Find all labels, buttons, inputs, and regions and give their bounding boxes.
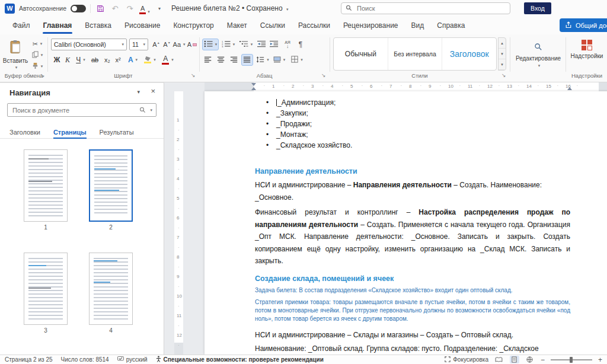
hanging-indent-marker[interactable]: [251, 87, 256, 90]
style-heading[interactable]: Заголовок: [442, 38, 496, 70]
align-right-button[interactable]: [228, 54, 240, 66]
tab-home[interactable]: Главная: [37, 17, 79, 34]
styles-dialog-launcher-icon[interactable]: ↘: [501, 72, 506, 78]
clear-formatting-button[interactable]: А: [186, 39, 198, 50]
copy-button[interactable]: ▾: [30, 49, 45, 61]
language-indicator[interactable]: русский: [117, 356, 148, 363]
undo-icon[interactable]: ↶: [110, 2, 120, 14]
focus-mode-button[interactable]: Фокусировка: [445, 356, 488, 363]
styles-scroll-up-icon[interactable]: ▴: [499, 38, 506, 49]
show-formatting-marks-button[interactable]: ¶: [295, 39, 306, 50]
print-layout-button[interactable]: [510, 356, 519, 363]
subscript-button[interactable]: x₂: [102, 54, 113, 66]
paragraph-dialog-launcher-icon[interactable]: ↘: [321, 72, 326, 78]
nav-tab-headings[interactable]: Заголовки: [9, 126, 40, 138]
tab-mailings[interactable]: Рассылки: [292, 17, 337, 34]
document-content[interactable]: _Администрация; _Закупки; _Продажи; _Мон…: [255, 97, 570, 355]
chevron-down-icon[interactable]: ▾: [150, 108, 152, 113]
save-icon[interactable]: [95, 2, 106, 14]
autosave-toggle[interactable]: [71, 5, 86, 12]
tab-review[interactable]: Рецензирование: [337, 17, 405, 34]
tab-design[interactable]: Конструктор: [167, 17, 220, 34]
align-center-button[interactable]: [215, 54, 227, 66]
strikethrough-button[interactable]: ab: [89, 54, 101, 66]
first-line-indent-marker[interactable]: [251, 83, 256, 86]
styles-scroll-down-icon[interactable]: ▾: [499, 49, 506, 59]
style-normal[interactable]: Обычный: [334, 38, 388, 70]
clipboard-dialog-launcher-icon[interactable]: ↘: [40, 72, 45, 78]
word-count[interactable]: Число слов: 8514: [61, 356, 109, 363]
grow-font-button[interactable]: А▴: [151, 39, 161, 50]
bullets-button[interactable]: ▾: [202, 39, 219, 50]
tab-file[interactable]: Файл: [6, 17, 37, 34]
vertical-ruler[interactable]: 123456789101112············: [174, 91, 183, 355]
tab-insert[interactable]: Вставка: [78, 17, 118, 34]
italic-button[interactable]: К: [63, 54, 72, 66]
close-icon[interactable]: ×: [151, 87, 155, 95]
document-search-box[interactable]: ▾: [7, 103, 156, 117]
align-left-button[interactable]: [202, 54, 214, 66]
style-no-spacing[interactable]: Без интервала: [388, 38, 443, 70]
read-mode-button[interactable]: [494, 356, 504, 363]
web-layout-button[interactable]: [525, 356, 535, 363]
bold-button[interactable]: Ж: [52, 54, 62, 66]
editing-menu-button[interactable]: Редактирование ▾: [515, 39, 562, 71]
paste-button[interactable]: Вставить ▾: [4, 37, 27, 72]
superscript-button[interactable]: x²: [113, 54, 123, 66]
page-thumbnail-4[interactable]: [89, 253, 133, 325]
tab-help[interactable]: Справка: [430, 17, 471, 34]
change-case-button[interactable]: Аа▾: [172, 39, 186, 50]
share-button[interactable]: Общий дост: [560, 18, 607, 32]
tab-view[interactable]: Вид: [405, 17, 431, 34]
tab-layout[interactable]: Макет: [221, 17, 254, 34]
highlight-color-button[interactable]: ▾: [142, 54, 158, 66]
addins-button[interactable]: Надстройки: [569, 38, 605, 69]
chevron-down-icon[interactable]: ▾: [137, 89, 140, 95]
title-bar: W Автосохранение ↶ ↷ А ▾ ▾ Решение билет…: [0, 0, 607, 17]
borders-button[interactable]: ▾: [289, 54, 305, 66]
document-search-input[interactable]: [11, 106, 137, 114]
text-effects-button[interactable]: А▾: [126, 54, 140, 66]
increase-indent-button[interactable]: [268, 39, 280, 50]
search-box[interactable]: [341, 2, 510, 14]
format-painter-button[interactable]: ▾: [30, 60, 45, 72]
page-indicator[interactable]: Страница 2 из 25: [5, 356, 53, 363]
decrease-indent-button[interactable]: [255, 39, 267, 50]
document-page[interactable]: _Администрация; _Закупки; _Продажи; _Мон…: [205, 91, 607, 355]
font-color-button[interactable]: А▾: [160, 54, 175, 66]
page-thumbnail-3[interactable]: [24, 253, 68, 325]
zoom-slider-handle[interactable]: [570, 357, 573, 363]
styles-gallery-more-icon[interactable]: ▾: [499, 59, 506, 70]
nav-tab-results[interactable]: Результаты: [100, 126, 134, 138]
line-spacing-button[interactable]: ▾: [255, 54, 270, 66]
accessibility-checker[interactable]: Специальные возможности: проверьте реком…: [156, 356, 324, 363]
page-thumbnail-2[interactable]: [89, 149, 133, 222]
font-color-quick-icon[interactable]: А ▾: [139, 2, 150, 14]
font-name-select[interactable]: Calibri (Основной)▾: [51, 39, 127, 50]
cut-button[interactable]: ✂▾: [30, 38, 45, 50]
tab-references[interactable]: Ссылки: [254, 17, 292, 34]
document-title[interactable]: Решение билета №2 • Сохранено ▾: [171, 4, 288, 12]
numbering-button[interactable]: 123 ▾: [220, 39, 237, 50]
justify-button[interactable]: [241, 54, 253, 66]
page-thumbnail-1[interactable]: [24, 149, 68, 222]
horizontal-ruler[interactable]: 12345678910111213141516·················: [205, 82, 607, 91]
nav-tab-pages[interactable]: Страницы: [53, 126, 87, 138]
signin-button[interactable]: Вход: [524, 2, 551, 14]
underline-button[interactable]: Ч▾: [74, 54, 88, 66]
zoom-slider[interactable]: [551, 359, 592, 360]
customize-toolbar-icon[interactable]: ▾: [154, 2, 165, 14]
zoom-out-button[interactable]: −: [541, 356, 545, 364]
font-dialog-launcher-icon[interactable]: ↘: [191, 72, 196, 78]
shading-button[interactable]: ▾: [271, 54, 287, 66]
shrink-font-button[interactable]: А▾: [161, 39, 172, 50]
font-size-select[interactable]: 11▾: [129, 39, 148, 50]
multilevel-list-button[interactable]: ▾: [238, 39, 254, 50]
search-input[interactable]: [356, 4, 506, 12]
tab-draw[interactable]: Рисование: [118, 17, 167, 34]
zoom-in-button[interactable]: +: [598, 356, 602, 364]
word-logo-icon[interactable]: W: [5, 4, 15, 14]
right-indent-marker[interactable]: [567, 87, 572, 90]
redo-icon[interactable]: ↷: [124, 2, 135, 14]
sort-button[interactable]: АЯ↓: [281, 39, 294, 50]
